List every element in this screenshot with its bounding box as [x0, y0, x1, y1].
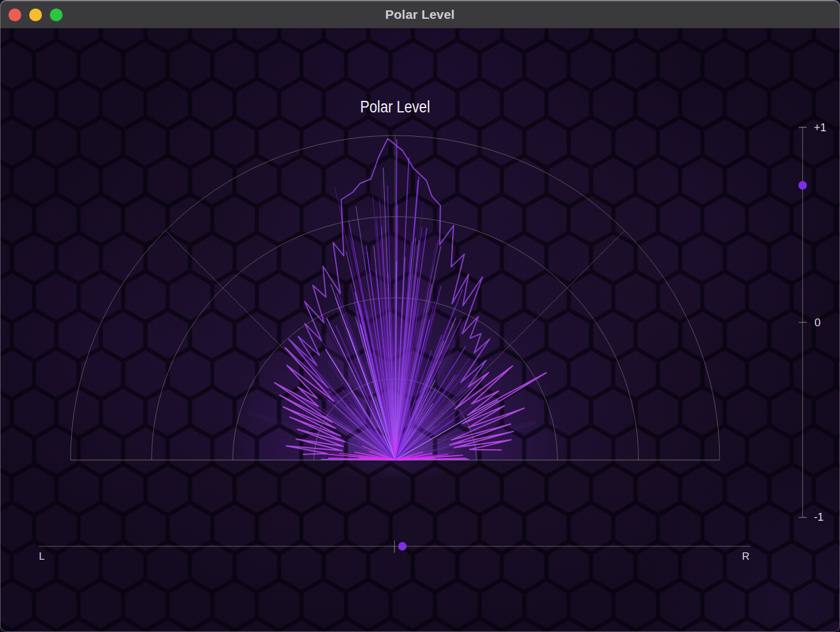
- vertical-slider-zero-label: 0: [814, 317, 821, 329]
- polar-level-canvas: Polar Level +1 0 -1 L R: [0, 0, 840, 632]
- titlebar: Polar Level: [0, 0, 840, 29]
- horizontal-slider-thumb[interactable]: [398, 542, 407, 551]
- vertical-slider-min-label: -1: [814, 511, 824, 523]
- app-window: Polar Level +1 0 -1 L R Polar Level: [0, 0, 840, 632]
- horizontal-slider-right-label: R: [742, 551, 749, 562]
- horizontal-slider-left-label: L: [39, 551, 44, 562]
- canvas-title: Polar Level: [360, 98, 430, 116]
- vertical-slider-thumb[interactable]: [799, 181, 807, 190]
- window-title: Polar Level: [0, 0, 840, 28]
- vertical-slider-max-label: +1: [814, 122, 827, 134]
